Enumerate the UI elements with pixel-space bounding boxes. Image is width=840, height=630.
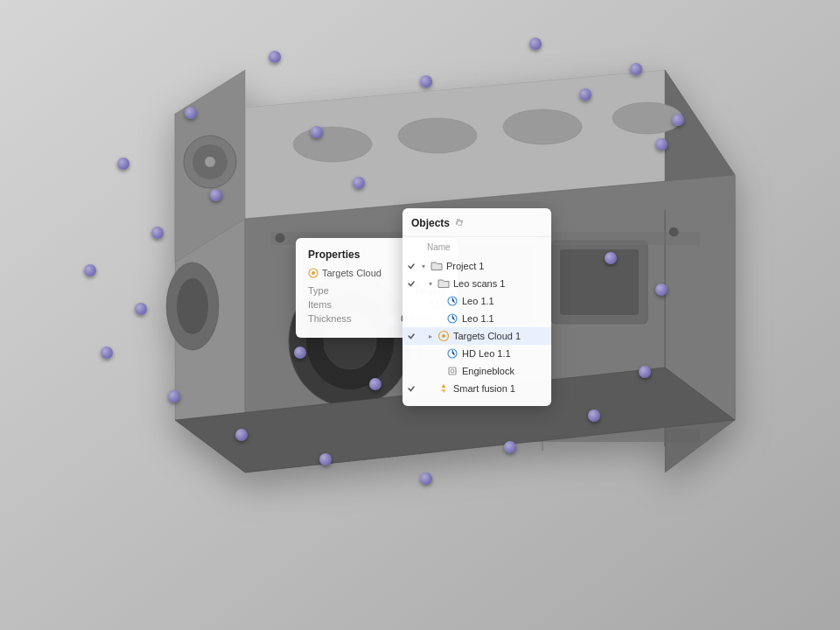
svg-rect-39 — [449, 368, 456, 374]
objects-col-header: Name — [402, 241, 551, 257]
scan-icon — [446, 295, 458, 307]
prop-label: Thickness — [308, 313, 365, 324]
svg-point-24 — [398, 118, 477, 153]
svg-point-33 — [312, 271, 315, 275]
tree-expand-arrow[interactable] — [427, 332, 434, 340]
fusion-icon — [438, 382, 450, 395]
tree-item-engineblock[interactable]: Engineblock — [402, 362, 551, 380]
tree-expand-arrow[interactable] — [427, 280, 434, 288]
svg-point-25 — [503, 109, 582, 144]
tree-item-content: Leo scans 1 — [420, 277, 542, 290]
tree-item-label: Engineblock — [462, 366, 514, 376]
tree-item-label: Targets Cloud 1 — [453, 331, 521, 341]
tree-item-check[interactable] — [402, 279, 420, 288]
tree-item-project1[interactable]: Project 1 — [402, 257, 551, 275]
tree-item-leo11a[interactable]: Leo 1.1 — [402, 292, 551, 310]
tree-expand-arrow[interactable] — [420, 262, 427, 270]
svg-point-37 — [442, 334, 445, 338]
tree-item-content: Targets Cloud 1 — [420, 330, 542, 342]
tree-item-check[interactable] — [402, 332, 420, 340]
svg-rect-11 — [560, 249, 639, 315]
tree-item-content: Project 1 — [420, 260, 542, 272]
tree-item-content: Engineblock — [420, 365, 542, 377]
engine-icon — [446, 365, 458, 377]
scan-icon — [446, 347, 458, 360]
targets-icon — [438, 330, 450, 342]
svg-point-23 — [293, 127, 372, 162]
tree-item-content: Leo 1.1 — [420, 295, 542, 307]
folder-icon — [430, 260, 443, 272]
prop-label: Type — [308, 285, 365, 296]
svg-point-40 — [451, 369, 454, 373]
tree-item-label: Leo 1.1 — [462, 296, 494, 306]
tree-item-label: Leo scans 1 — [453, 278, 505, 289]
targets-cloud-icon — [308, 268, 318, 278]
tree-item-smartfusion1[interactable]: Smart fusion 1 — [402, 380, 551, 397]
folder-icon — [438, 277, 450, 290]
tree-item-label: HD Leo 1.1 — [462, 348, 511, 359]
tree-item-check[interactable] — [402, 384, 420, 393]
svg-point-26 — [612, 102, 682, 134]
prop-label: Items — [308, 299, 365, 310]
tree-item-content: Leo 1.1 — [420, 312, 542, 325]
scan-icon — [446, 312, 458, 325]
tree-item-leo11b[interactable]: Leo 1.1 — [402, 310, 551, 327]
tree-item-content: Smart fusion 1 — [420, 382, 542, 395]
svg-point-31 — [205, 157, 215, 167]
tree-item-label: Smart fusion 1 — [453, 383, 515, 394]
svg-point-22 — [177, 278, 208, 334]
tree-item-leoscans1[interactable]: Leo scans 1 — [402, 275, 551, 292]
svg-point-20 — [669, 228, 678, 236]
properties-object-name: Targets Cloud — [322, 268, 382, 278]
viewport: Properties Targets Cloud TypeTargetsItem… — [0, 0, 840, 630]
objects-panel: Objects Name Project 1Leo scans 1Leo 1.1… — [402, 208, 551, 406]
objects-title: Objects — [411, 217, 450, 229]
svg-point-17 — [276, 234, 284, 242]
tree-container: Project 1Leo scans 1Leo 1.1Leo 1.1Target… — [402, 257, 551, 397]
tree-item-targetscloud1[interactable]: Targets Cloud 1 — [402, 327, 551, 345]
tree-item-label: Project 1 — [446, 261, 484, 271]
gear-icon[interactable] — [454, 218, 465, 228]
objects-panel-header: Objects — [402, 217, 551, 237]
tree-item-hdleo11[interactable]: HD Leo 1.1 — [402, 345, 551, 362]
tree-item-label: Leo 1.1 — [462, 313, 494, 324]
tree-item-content: HD Leo 1.1 — [420, 347, 542, 360]
tree-item-check[interactable] — [402, 262, 420, 270]
